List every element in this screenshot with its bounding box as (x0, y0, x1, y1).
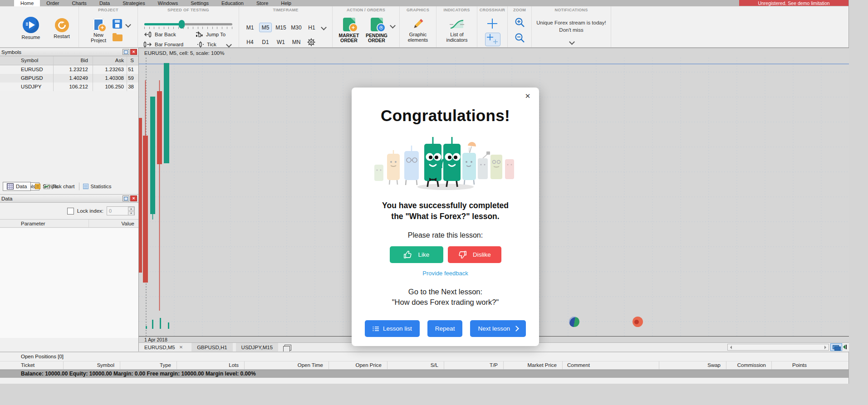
bar-back-label: Bar Back (155, 32, 176, 37)
column-s[interactable]: S (127, 56, 137, 65)
positions-column[interactable]: Symbol (64, 361, 120, 369)
timeframe-button[interactable]: M30 (290, 23, 303, 32)
timeframe-settings-gear-icon[interactable] (307, 38, 315, 46)
menu-item[interactable]: Settings (184, 0, 215, 6)
bar-forward-button[interactable]: Bar Forward (143, 41, 183, 48)
save-button[interactable] (113, 19, 122, 29)
market-order-button[interactable]: + MARKETORDER (336, 18, 362, 43)
positions-column[interactable]: Market Price (504, 361, 563, 369)
column-parameter[interactable]: Parameter (0, 220, 89, 227)
next-lesson-button[interactable]: Next lesson (470, 320, 526, 337)
close-tab-icon[interactable]: ✕ (179, 345, 183, 350)
symbol-row[interactable]: USDJPY 106.212 106.250 38 (0, 83, 138, 91)
skip-to-start-icon[interactable] (843, 344, 848, 351)
bar-back-button[interactable]: Bar Back (144, 31, 176, 38)
close-panel-icon[interactable] (130, 49, 137, 55)
chart-tab-gbpusd[interactable]: GBPUSD,H1✕ (191, 343, 232, 351)
positions-column[interactable]: Swap (659, 361, 726, 369)
orders-chevron-icon[interactable] (390, 23, 396, 29)
column-bid[interactable]: Bid (54, 56, 93, 65)
column-ask[interactable]: Ask (93, 56, 127, 65)
timeframe-button[interactable]: M15 (275, 23, 287, 32)
menu-item[interactable]: Strategies (116, 0, 152, 6)
positions-column[interactable]: Lots (177, 361, 245, 369)
tab-statistics[interactable]: Statistics (79, 182, 116, 190)
resume-button[interactable]: Resume (18, 17, 44, 40)
crosshair-mode-button[interactable] (485, 33, 500, 46)
positions-table-header: TicketSymbolTypeLotsOpen TimeOpen PriceS… (0, 361, 848, 370)
timeframe-button[interactable]: M1 (244, 23, 256, 32)
notifications-chevron-icon[interactable] (569, 39, 575, 45)
graphic-elements-button[interactable]: Graphicelements (405, 18, 431, 43)
positions-column[interactable]: Commission (726, 361, 772, 369)
new-project-button[interactable]: New Project (85, 19, 112, 43)
chart-tab-eurusd[interactable]: EURUSD,M5 ✕ (139, 343, 188, 351)
menu-item[interactable]: Data (93, 0, 116, 6)
chart-scrollbar[interactable] (727, 344, 829, 351)
timeframe-button[interactable]: H4 (244, 37, 256, 47)
chart-tab-usdjpy[interactable]: USDJPY,M15✕ (236, 343, 278, 351)
bar-forward-icon (143, 41, 152, 48)
crosshair-icon[interactable] (487, 19, 497, 29)
tab-data[interactable]: Data (3, 182, 31, 191)
duplicate-chart-icon[interactable] (284, 345, 291, 351)
timeframe-button[interactable]: M5 (259, 23, 272, 32)
tick-dropdown-chevron-icon[interactable] (226, 42, 232, 48)
lesson-list-button[interactable]: Lesson list (365, 320, 420, 337)
restart-button[interactable]: Restart (49, 18, 74, 39)
spinner-down-icon[interactable]: ▼ (128, 211, 134, 215)
menu-item[interactable]: Education (215, 0, 250, 6)
list-of-indicators-button[interactable]: List ofindicators (443, 19, 471, 43)
provide-feedback-link[interactable]: Provide feedback (352, 270, 539, 277)
zoom-out-icon[interactable] (515, 33, 525, 43)
positions-column[interactable]: T/P (444, 361, 504, 369)
restore-panel-icon[interactable] (123, 195, 129, 201)
timeframe-chevron-icon[interactable] (321, 24, 327, 30)
thumbs-up-icon (403, 250, 412, 259)
lock-index-label: Lock index: (77, 208, 103, 214)
positions-column[interactable]: Comment (563, 361, 659, 369)
repeat-button[interactable]: Repeat (427, 320, 463, 337)
positions-column[interactable]: Type (120, 361, 177, 369)
positions-column[interactable]: S/L (387, 361, 444, 369)
symbol-row[interactable]: EURUSD 1.23212 1.23263 51 (0, 65, 138, 74)
menu-item[interactable]: Windows (152, 0, 185, 6)
pending-order-button[interactable]: PENDINGORDER (363, 18, 390, 43)
dislike-button[interactable]: Dislike (448, 246, 501, 263)
tick-button[interactable]: Tick (197, 41, 216, 48)
like-button[interactable]: Like (390, 246, 443, 263)
column-symbol[interactable]: Symbol (0, 56, 54, 65)
open-folder-button[interactable] (113, 33, 123, 41)
positions-column[interactable]: Points (772, 361, 812, 369)
menu-item[interactable]: Charts (65, 0, 93, 6)
timeframe-button[interactable]: W1 (275, 37, 287, 47)
timeframe-button[interactable]: MN (290, 37, 303, 47)
positions-column[interactable]: Open Time (245, 361, 329, 369)
close-dialog-icon[interactable] (523, 91, 533, 101)
jump-to-button[interactable]: Jump To (195, 31, 226, 38)
positions-column[interactable]: Ticket (0, 361, 64, 369)
timeframe-button[interactable]: H1 (305, 23, 318, 32)
close-panel-icon[interactable] (130, 195, 137, 201)
restore-panel-icon[interactable] (123, 49, 129, 55)
bar-back-icon (144, 31, 152, 38)
menu-item[interactable]: Home (14, 0, 40, 6)
column-value[interactable]: Value (89, 220, 138, 227)
lock-index-checkbox[interactable] (67, 208, 74, 215)
zoom-in-icon[interactable] (515, 17, 525, 28)
save-dropdown-chevron-icon[interactable] (125, 22, 131, 28)
tab-scripts[interactable]: Scripts (31, 182, 63, 190)
scroll-right-icon[interactable] (824, 346, 828, 349)
menu-item[interactable]: Help (275, 0, 298, 6)
news-flag-icon-1[interactable] (569, 317, 579, 327)
menu-item[interactable]: Store (250, 0, 275, 6)
unregistered-banner[interactable]: Unregistered. See demo limitation (739, 0, 848, 6)
spinner-up-icon[interactable]: ▲ (128, 207, 134, 211)
positions-column[interactable]: Open Price (329, 361, 387, 369)
news-flag-icon-2[interactable] (633, 317, 643, 327)
scroll-left-icon[interactable] (728, 346, 732, 349)
timeframe-button[interactable]: D1 (259, 37, 272, 47)
menu-item[interactable]: Order (40, 0, 65, 6)
speed-slider[interactable] (144, 23, 232, 25)
symbol-row[interactable]: GBPUSD 1.40249 1.40308 59 (0, 74, 138, 83)
